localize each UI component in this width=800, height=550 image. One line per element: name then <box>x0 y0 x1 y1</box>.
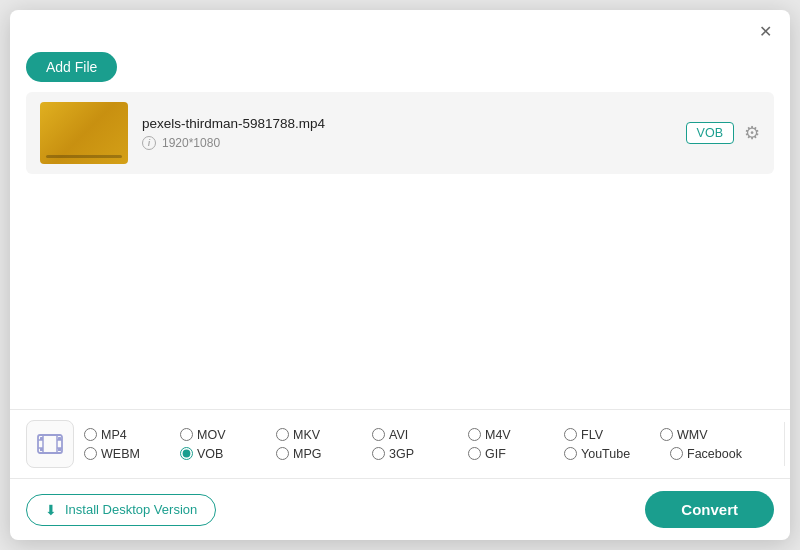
convert-button[interactable]: Convert <box>645 491 774 528</box>
format-row-2: WEBM VOB MPG 3GP GIF <box>84 447 770 461</box>
format-option-m4v[interactable]: M4V <box>468 428 558 442</box>
format-option-avi[interactable]: AVI <box>372 428 462 442</box>
file-meta: i 1920*1080 <box>142 136 672 150</box>
install-desktop-button[interactable]: ⬇ Install Desktop Version <box>26 494 216 526</box>
format-option-facebook[interactable]: Facebook <box>670 447 770 461</box>
settings-icon[interactable]: ⚙ <box>744 122 760 144</box>
install-label: Install Desktop Version <box>65 502 197 517</box>
thumbnail-preview <box>40 102 128 164</box>
format-option-vob[interactable]: VOB <box>180 447 270 461</box>
file-name: pexels-thirdman-5981788.mp4 <box>142 116 672 131</box>
format-option-webm[interactable]: WEBM <box>84 447 174 461</box>
format-option-mp4[interactable]: MP4 <box>84 428 174 442</box>
file-list-area: pexels-thirdman-5981788.mp4 i 1920*1080 … <box>10 92 790 409</box>
format-option-wmv[interactable]: WMV <box>660 428 750 442</box>
format-badge-button[interactable]: VOB <box>686 122 734 144</box>
toolbar: Add File <box>10 48 790 92</box>
close-icon: ✕ <box>759 22 772 41</box>
file-item: pexels-thirdman-5981788.mp4 i 1920*1080 … <box>26 92 774 174</box>
format-row-1: MP4 MOV MKV AVI M4V <box>84 428 770 442</box>
svg-rect-8 <box>58 437 61 440</box>
svg-rect-7 <box>40 437 43 440</box>
video-format-icon-box[interactable] <box>26 420 74 468</box>
format-option-mkv[interactable]: MKV <box>276 428 366 442</box>
format-option-flv[interactable]: FLV <box>564 428 654 442</box>
download-icon: ⬇ <box>45 502 57 518</box>
main-window: ✕ Add File pexels-thirdman-5981788.mp4 i… <box>10 10 790 540</box>
close-button[interactable]: ✕ <box>754 20 776 42</box>
svg-rect-9 <box>40 448 43 451</box>
file-info: pexels-thirdman-5981788.mp4 i 1920*1080 <box>142 116 672 150</box>
format-option-mpg[interactable]: MPG <box>276 447 366 461</box>
info-icon: i <box>142 136 156 150</box>
add-file-button[interactable]: Add File <box>26 52 117 82</box>
format-option-mov[interactable]: MOV <box>180 428 270 442</box>
format-option-3gp[interactable]: 3GP <box>372 447 462 461</box>
audio-format-icon-box[interactable] <box>784 422 790 466</box>
format-option-youtube[interactable]: YouTube <box>564 447 664 461</box>
file-thumbnail <box>40 102 128 164</box>
file-resolution: 1920*1080 <box>162 136 220 150</box>
format-panel: MP4 MOV MKV AVI M4V <box>10 409 790 478</box>
film-icon <box>36 430 64 458</box>
svg-rect-10 <box>58 448 61 451</box>
format-option-gif[interactable]: GIF <box>468 447 558 461</box>
formats-container: MP4 MOV MKV AVI M4V <box>84 428 770 461</box>
title-bar: ✕ <box>10 10 790 48</box>
bottom-bar: ⬇ Install Desktop Version Convert <box>10 478 790 540</box>
file-actions: VOB ⚙ <box>686 122 760 144</box>
